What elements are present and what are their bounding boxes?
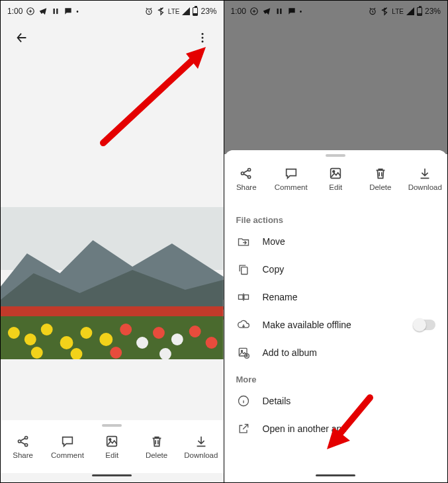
folder-move-icon <box>236 234 251 249</box>
comment-button[interactable]: Comment <box>48 434 87 459</box>
offline-label: Make available offline <box>263 320 403 330</box>
telegram-icon <box>262 7 271 16</box>
download-label: Download <box>184 451 218 459</box>
share-button[interactable]: Share <box>226 166 266 191</box>
open-other-app-item[interactable]: Open in another app <box>224 415 448 443</box>
svg-point-26 <box>110 347 122 359</box>
notification-icon <box>26 7 35 16</box>
bluetooth-icon <box>380 7 389 16</box>
photo-viewport[interactable] <box>1 54 224 420</box>
status-bar: 1:00 • <box>224 1 448 22</box>
svg-point-13 <box>24 333 36 345</box>
move-item[interactable]: Move <box>224 228 448 255</box>
message-icon <box>287 7 296 16</box>
svg-rect-44 <box>241 267 247 275</box>
comment-label: Comment <box>275 183 308 191</box>
move-label: Move <box>263 236 436 247</box>
svg-point-21 <box>171 333 183 345</box>
status-time: 1:00 <box>7 7 22 16</box>
battery-icon <box>417 7 422 16</box>
add-album-item[interactable]: Add to album <box>224 339 448 367</box>
svg-point-6 <box>201 40 203 42</box>
svg-point-16 <box>80 327 92 339</box>
drag-handle[interactable] <box>326 154 345 157</box>
svg-point-22 <box>189 326 201 337</box>
bottom-action-bar: Share Comment Edit Delete Download <box>1 420 224 473</box>
offline-toggle[interactable] <box>414 320 435 330</box>
bottom-sheet: Share Comment Edit Delete Download <box>224 150 448 473</box>
network-label: LTE <box>392 8 404 15</box>
cloud-download-icon <box>236 318 251 332</box>
battery-percent: 23% <box>425 7 441 16</box>
back-button[interactable] <box>10 26 34 50</box>
delete-button[interactable]: Delete <box>137 434 177 459</box>
more-notifications-icon: • <box>76 8 79 15</box>
delete-label: Delete <box>369 183 391 191</box>
section-more: More <box>224 367 448 387</box>
telegram-icon <box>38 7 48 16</box>
rename-icon <box>236 290 251 304</box>
signal-icon <box>406 7 414 15</box>
svg-rect-2 <box>57 9 58 14</box>
sheet-action-row: Share Comment Edit Delete Download <box>224 150 448 207</box>
info-icon <box>236 394 251 408</box>
notification-icon <box>249 7 259 16</box>
offline-item[interactable]: Make available offline <box>224 311 448 339</box>
signal-icon <box>182 7 190 15</box>
alarm-icon <box>144 7 154 16</box>
svg-point-24 <box>31 347 43 359</box>
copy-label: Copy <box>263 264 436 275</box>
svg-point-17 <box>99 333 112 346</box>
rename-item[interactable]: Rename <box>224 283 448 311</box>
svg-point-28 <box>18 440 21 443</box>
svg-point-32 <box>109 439 111 441</box>
svg-point-15 <box>60 336 73 349</box>
gesture-nav-bar <box>1 473 224 482</box>
download-label: Download <box>408 183 442 191</box>
network-label: LTE <box>168 8 180 15</box>
status-bar: 1:00 • <box>1 1 224 22</box>
delete-button[interactable]: Delete <box>361 166 400 191</box>
top-app-bar <box>1 22 224 54</box>
svg-rect-45 <box>238 295 243 300</box>
scrim[interactable] <box>224 22 448 154</box>
svg-point-43 <box>333 171 335 173</box>
svg-point-30 <box>24 443 27 446</box>
edit-button[interactable]: Edit <box>316 166 355 191</box>
delete-label: Delete <box>146 451 167 459</box>
more-notifications-icon: • <box>300 8 302 15</box>
share-button[interactable]: Share <box>3 434 43 459</box>
add-album-label: Add to album <box>263 347 436 358</box>
share-label: Share <box>236 183 257 191</box>
message-icon <box>64 7 73 16</box>
bluetooth-icon <box>156 7 165 16</box>
details-item[interactable]: Details <box>224 387 448 415</box>
status-time: 1:00 <box>231 7 246 16</box>
pause-icon <box>275 7 284 16</box>
alarm-icon <box>368 7 377 16</box>
battery-icon <box>193 7 198 16</box>
rename-label: Rename <box>263 292 436 302</box>
svg-rect-46 <box>244 295 248 300</box>
svg-point-29 <box>24 436 27 439</box>
gesture-nav-bar <box>224 473 448 482</box>
svg-point-18 <box>120 324 132 335</box>
pause-icon <box>51 7 60 16</box>
copy-icon <box>236 262 251 277</box>
download-button[interactable]: Download <box>405 166 445 191</box>
svg-point-19 <box>136 337 148 349</box>
comment-label: Comment <box>51 451 84 459</box>
right-screenshot: 1:00 • <box>224 1 448 482</box>
overflow-menu-button[interactable] <box>191 26 214 50</box>
svg-point-5 <box>201 37 203 39</box>
edit-button[interactable]: Edit <box>92 434 132 459</box>
comment-button[interactable]: Comment <box>271 166 311 191</box>
copy-item[interactable]: Copy <box>224 255 448 283</box>
section-file-actions: File actions <box>224 207 448 228</box>
drag-handle[interactable] <box>102 424 122 427</box>
svg-point-12 <box>8 327 20 339</box>
download-button[interactable]: Download <box>181 434 221 459</box>
share-label: Share <box>13 451 33 459</box>
svg-rect-1 <box>54 9 55 14</box>
external-link-icon <box>236 421 251 436</box>
